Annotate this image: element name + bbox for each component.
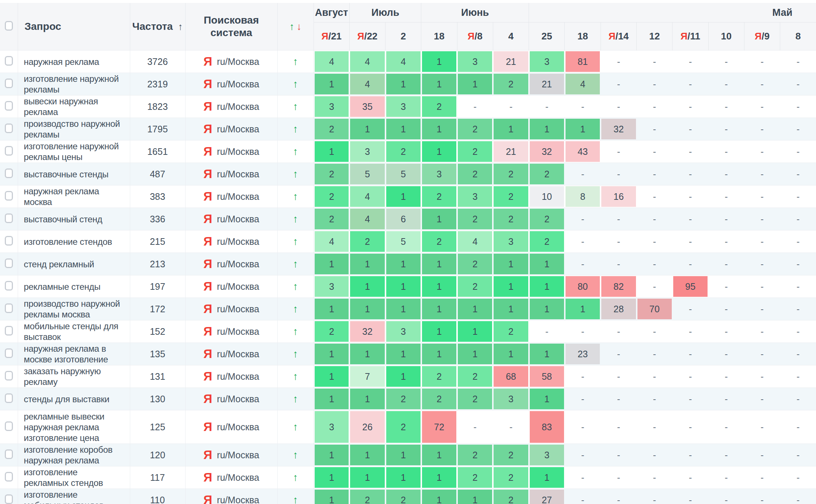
date-column-header[interactable]: 4 <box>493 22 529 51</box>
date-column-header[interactable]: Я/9 <box>744 22 780 51</box>
query-cell[interactable]: стенд рекламный <box>18 253 130 275</box>
row-checkbox[interactable] <box>5 258 13 268</box>
row-checkbox[interactable] <box>5 472 13 482</box>
row-checkbox[interactable] <box>5 168 13 178</box>
date-column-header[interactable]: 10 <box>708 22 744 51</box>
date-column-header[interactable]: 18 <box>421 22 457 51</box>
position-empty: - <box>673 101 708 112</box>
position-cell: - <box>601 140 636 163</box>
query-cell[interactable]: изготовление стендов <box>18 230 130 253</box>
query-cell[interactable]: стенды для выставки <box>18 388 130 410</box>
position-value: 2 <box>422 96 456 117</box>
position-value: 1 <box>422 467 456 488</box>
column-header-frequency[interactable]: Частота↑ <box>130 3 185 51</box>
position-cell: 1 <box>493 118 529 140</box>
query-cell[interactable]: наружная реклама <box>18 51 130 73</box>
query-cell[interactable]: изготовление коробов наружная реклама <box>18 444 130 466</box>
position-cell: 3 <box>349 140 385 163</box>
column-header-query[interactable]: Запрос <box>18 3 130 51</box>
date-column-header[interactable]: 8 <box>780 22 816 51</box>
row-checkbox[interactable] <box>5 213 13 223</box>
position-cell: 1 <box>349 444 385 466</box>
row-checkbox[interactable] <box>5 146 13 156</box>
position-cell: - <box>744 275 780 298</box>
date-column-header[interactable]: Я/11 <box>672 22 708 51</box>
row-checkbox[interactable] <box>5 348 13 358</box>
date-column-header[interactable]: 25 <box>529 22 565 51</box>
trend-cell: ↑ <box>277 388 314 410</box>
date-column-header[interactable]: 18 <box>565 22 601 51</box>
query-cell[interactable]: наружная реклама в москве изготовление <box>18 343 130 365</box>
position-empty: - <box>709 450 743 460</box>
position-value: 1 <box>386 276 421 297</box>
query-cell[interactable]: выставочный стенд <box>18 208 130 230</box>
query-cell[interactable]: производство наружной рекламы <box>18 118 130 140</box>
position-value: 2 <box>494 74 528 94</box>
position-value: 1 <box>530 276 564 297</box>
position-empty: - <box>709 191 743 202</box>
query-cell[interactable]: вывески наружная реклама <box>18 95 130 118</box>
row-checkbox[interactable] <box>5 494 13 504</box>
position-cell: - <box>780 343 816 365</box>
position-cell: 32 <box>349 320 385 343</box>
position-cell: 2 <box>457 253 493 275</box>
date-column-header[interactable]: Я/21 <box>314 22 349 51</box>
query-cell[interactable]: рекламные стенды <box>18 275 130 298</box>
position-cell: 3 <box>314 275 349 298</box>
query-cell[interactable]: наружная реклама москва <box>18 185 130 208</box>
row-checkbox[interactable] <box>5 281 13 291</box>
position-value: 1 <box>350 299 384 319</box>
row-checkbox[interactable] <box>5 303 13 313</box>
position-value: 2 <box>315 209 349 229</box>
date-column-header[interactable]: Я/14 <box>601 22 636 51</box>
row-checkbox[interactable] <box>5 371 13 380</box>
query-cell[interactable]: изготовление рекламных стендов <box>18 466 130 489</box>
query-cell[interactable]: мобильные стенды для выставок <box>18 320 130 343</box>
column-header-trend[interactable]: ↑↓ <box>277 3 314 51</box>
query-cell[interactable]: производство наружной рекламы москва <box>18 298 130 320</box>
table-row: изготовление мобильных стендов110Яru/Мос… <box>0 489 816 504</box>
row-checkbox[interactable] <box>5 56 13 66</box>
row-checkbox[interactable] <box>5 326 13 336</box>
query-cell[interactable]: выставочные стенды <box>18 163 130 185</box>
position-cell: - <box>565 466 601 489</box>
date-column-header[interactable]: 2 <box>385 22 421 51</box>
engine-cell: Яru/Москва <box>185 444 277 466</box>
position-cell: - <box>744 365 780 388</box>
query-cell[interactable]: изготовление наружной рекламы <box>18 73 130 95</box>
position-value: 1 <box>530 389 564 409</box>
row-checkbox[interactable] <box>5 101 13 111</box>
row-checkbox[interactable] <box>5 393 13 403</box>
position-empty: - <box>601 326 636 337</box>
date-column-header[interactable]: Я/8 <box>457 22 493 51</box>
position-empty: - <box>709 79 743 90</box>
trend-cell: ↑ <box>277 444 314 466</box>
yandex-icon: Я <box>203 100 212 113</box>
query-cell[interactable]: заказать наружную рекламу <box>18 365 130 388</box>
date-column-header[interactable]: 12 <box>637 22 672 51</box>
trend-cell: ↑ <box>277 230 314 253</box>
row-checkbox[interactable] <box>5 79 13 88</box>
position-cell: - <box>672 51 708 73</box>
query-cell[interactable]: рекламные вывески наружная реклама изгот… <box>18 410 130 444</box>
position-empty: - <box>637 259 672 270</box>
position-empty: - <box>745 259 779 270</box>
row-checkbox[interactable] <box>5 236 13 246</box>
query-cell[interactable]: изготовление наружной рекламы цены <box>18 140 130 163</box>
position-cell: - <box>637 208 672 230</box>
row-checkbox[interactable] <box>5 124 13 133</box>
position-cell: - <box>637 95 672 118</box>
position-cell: 2 <box>314 118 349 140</box>
row-checkbox[interactable] <box>5 421 13 431</box>
row-checkbox[interactable] <box>5 449 13 459</box>
select-all-checkbox[interactable] <box>5 21 13 31</box>
position-value: 21 <box>494 141 528 162</box>
position-empty: - <box>745 124 779 135</box>
position-cell: 3 <box>457 185 493 208</box>
row-checkbox[interactable] <box>5 191 13 201</box>
date-column-header[interactable]: Я/22 <box>349 22 385 51</box>
position-value: 4 <box>350 209 384 229</box>
position-cell: 2 <box>421 185 457 208</box>
trend-up-icon: ↑ <box>293 56 298 67</box>
query-cell[interactable]: изготовление мобильных стендов <box>18 489 130 504</box>
